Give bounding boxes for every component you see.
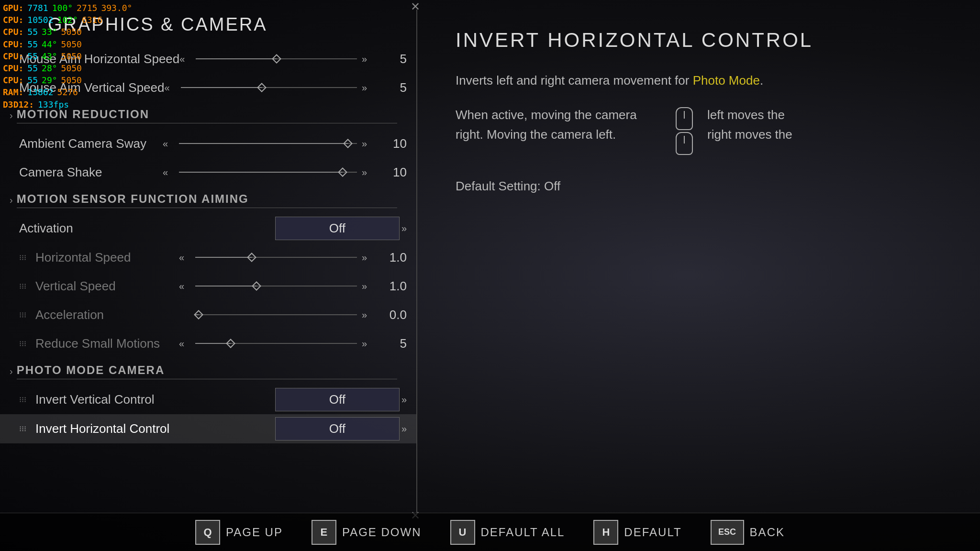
slider-fill xyxy=(195,257,252,258)
slider-right-arrow[interactable]: » xyxy=(362,138,373,149)
detail-description: Inverts left and right camera movement f… xyxy=(456,71,886,91)
slider-thumb xyxy=(343,139,353,148)
slider-right-arrow[interactable]: » xyxy=(362,54,373,65)
slider-right-arrow[interactable]: » xyxy=(362,309,373,320)
section-photo-mode: › PHOTO MODE CAMERA xyxy=(0,360,416,383)
setting-label-camera-shake: Camera Shake xyxy=(19,165,163,180)
key-u[interactable]: U xyxy=(450,520,475,545)
dropdown-invert-vertical[interactable]: Off » xyxy=(275,388,407,411)
bottom-action-pagedown[interactable]: E PAGE DOWN xyxy=(312,520,422,545)
active-right-line2: right moves the xyxy=(707,125,792,145)
detail-active-left: When active, moving the camera right. Mo… xyxy=(456,105,666,145)
sub-icon: ⁝⁝⁝ xyxy=(19,395,31,404)
setting-row-activation[interactable]: Activation Off » xyxy=(0,214,416,243)
dropdown-invert-horizontal[interactable]: Off » xyxy=(275,417,407,441)
sub-icon: ⁝⁝⁝ xyxy=(19,339,31,348)
slider-right-arrow[interactable]: » xyxy=(362,82,373,93)
detail-active-right: left moves the right moves the xyxy=(707,105,792,145)
desc-highlight: Photo Mode xyxy=(693,73,760,88)
slider-right-arrow[interactable]: » xyxy=(362,167,373,178)
section-header-text: PHOTO MODE CAMERA xyxy=(17,364,397,379)
bottom-action-pageup[interactable]: Q PAGE UP xyxy=(195,520,283,545)
slider-fill xyxy=(196,58,276,59)
setting-row-invert-vertical[interactable]: ⁝⁝⁝ Invert Vertical Control Off » xyxy=(0,385,416,414)
bottom-action-back[interactable]: ESC BACK xyxy=(711,520,785,545)
slider-left-arrow[interactable]: « xyxy=(165,82,176,93)
setting-label-horiz-speed: Horizontal Speed xyxy=(35,250,179,265)
section-bullet: › xyxy=(10,366,13,377)
detail-default: Default Setting: Off xyxy=(456,179,942,194)
slider-value: 1.0 xyxy=(378,250,407,265)
sub-icon: ⁝⁝⁝ xyxy=(19,424,31,433)
slider-left-arrow[interactable]: « xyxy=(179,54,191,65)
slider-left-arrow[interactable]: « xyxy=(179,338,190,349)
slider-horiz-speed[interactable]: « » 1.0 xyxy=(179,250,407,265)
mouse-icon-1 xyxy=(676,107,693,130)
key-esc[interactable]: ESC xyxy=(711,520,744,545)
slider-left-arrow[interactable]: « xyxy=(179,281,190,292)
main-layout: GRAPHICS & CAMERA Mouse Aim Horizontal S… xyxy=(0,0,980,551)
setting-label-activation: Activation xyxy=(19,221,163,236)
slider-thumb xyxy=(252,281,262,291)
dropdown-value-invert-horizontal[interactable]: Off xyxy=(275,417,400,441)
setting-row-invert-horizontal[interactable]: ⁝⁝⁝ Invert Horizontal Control Off » xyxy=(0,414,416,443)
bottom-action-default[interactable]: H DEFAULT xyxy=(593,520,681,545)
key-e[interactable]: E xyxy=(312,520,336,545)
dropdown-arrow[interactable]: » xyxy=(401,223,407,234)
slider-value: 5 xyxy=(378,336,407,351)
slider-value: 0.0 xyxy=(378,308,407,322)
slider-acceleration[interactable]: « » 0.0 xyxy=(179,308,407,322)
slider-right-arrow[interactable]: » xyxy=(362,281,373,292)
sub-icon: ⁝⁝⁝ xyxy=(19,310,31,320)
setting-row-vert-speed[interactable]: ⁝⁝⁝ Vertical Speed « » 1.0 xyxy=(0,272,416,300)
slider-ambient-sway[interactable]: « » 10 xyxy=(163,136,407,151)
slider-track xyxy=(195,343,357,344)
setting-label-vert-speed: Vertical Speed xyxy=(35,279,179,294)
mouse-icons xyxy=(676,107,693,155)
setting-row-acceleration[interactable]: ⁝⁝⁝ Acceleration « » 0.0 xyxy=(0,300,416,329)
setting-row-camera-shake[interactable]: Camera Shake « » 10 xyxy=(0,158,416,187)
slider-reduce-motions[interactable]: « » 5 xyxy=(179,336,407,351)
slider-left-arrow[interactable]: « xyxy=(163,138,174,149)
slider-value: 1.0 xyxy=(378,279,407,294)
slider-track xyxy=(195,314,357,315)
action-label-default: DEFAULT xyxy=(624,526,681,539)
panel-divider xyxy=(416,10,417,513)
slider-track xyxy=(196,58,357,59)
setting-row-reduce-motions[interactable]: ⁝⁝⁝ Reduce Small Motions « » 5 xyxy=(0,329,416,358)
slider-value: 5 xyxy=(378,52,407,66)
slider-track xyxy=(181,87,357,88)
slider-fill xyxy=(181,87,262,88)
desc-text-2: . xyxy=(760,73,763,88)
slider-thumb xyxy=(194,310,203,320)
slider-mouse-vertical[interactable]: « » 5 xyxy=(165,80,407,95)
slider-track xyxy=(195,257,357,258)
slider-value: 5 xyxy=(378,80,407,95)
sub-icon: ⁝⁝⁝ xyxy=(19,282,31,291)
slider-left-arrow[interactable]: « xyxy=(179,252,190,263)
slider-value: 10 xyxy=(378,165,407,180)
slider-vert-speed[interactable]: « » 1.0 xyxy=(179,279,407,294)
key-q[interactable]: Q xyxy=(195,520,220,545)
detail-title: INVERT HORIZONTAL CONTROL xyxy=(456,29,942,52)
slider-thumb xyxy=(338,167,347,177)
slider-fill xyxy=(179,172,343,173)
dropdown-value-invert-vertical[interactable]: Off xyxy=(275,388,400,411)
setting-label-invert-horizontal: Invert Horizontal Control xyxy=(35,421,179,436)
setting-row-ambient-sway[interactable]: Ambient Camera Sway « » 10 xyxy=(0,129,416,158)
setting-row-horiz-speed[interactable]: ⁝⁝⁝ Horizontal Speed « » 1.0 xyxy=(0,243,416,272)
slider-thumb xyxy=(226,339,235,348)
slider-left-arrow[interactable]: « xyxy=(163,167,174,178)
slider-thumb xyxy=(247,253,256,262)
slider-camera-shake[interactable]: « » 10 xyxy=(163,165,407,180)
dropdown-arrow[interactable]: » xyxy=(401,423,407,434)
bottom-action-defaultall[interactable]: U DEFAULT ALL xyxy=(450,520,565,545)
slider-mouse-horizontal[interactable]: « » 5 xyxy=(179,52,407,66)
slider-right-arrow[interactable]: » xyxy=(362,252,373,263)
key-h[interactable]: H xyxy=(593,520,618,545)
dropdown-value-activation[interactable]: Off xyxy=(275,217,400,240)
dropdown-arrow[interactable]: » xyxy=(401,394,407,405)
slider-right-arrow[interactable]: » xyxy=(362,338,373,349)
slider-thumb xyxy=(257,83,267,92)
dropdown-activation[interactable]: Off » xyxy=(275,217,407,240)
